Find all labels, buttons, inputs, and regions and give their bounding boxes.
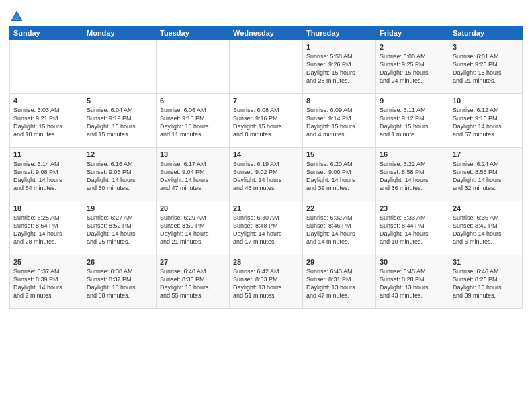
cell-content: Sunrise: 6:37 AM Sunset: 8:39 PM Dayligh… <box>13 267 79 300</box>
day-number: 15 <box>306 150 372 158</box>
day-number: 12 <box>87 150 152 158</box>
cell-content: Sunrise: 6:42 AM Sunset: 8:33 PM Dayligh… <box>233 267 299 300</box>
week-row-4: 18Sunrise: 6:25 AM Sunset: 8:54 PM Dayli… <box>10 201 523 255</box>
cell-content: Sunrise: 6:03 AM Sunset: 9:21 PM Dayligh… <box>13 106 79 139</box>
cell-content: Sunrise: 6:06 AM Sunset: 9:18 PM Dayligh… <box>160 106 226 139</box>
day-number: 30 <box>380 258 445 266</box>
cell-content: Sunrise: 6:22 AM Sunset: 8:58 PM Dayligh… <box>380 160 445 193</box>
calendar-cell: 11Sunrise: 6:14 AM Sunset: 9:08 PM Dayli… <box>10 148 83 201</box>
calendar-cell: 2Sunrise: 6:00 AM Sunset: 9:25 PM Daylig… <box>376 40 449 94</box>
day-number: 28 <box>233 258 299 266</box>
cell-content: Sunrise: 6:11 AM Sunset: 9:12 PM Dayligh… <box>380 106 445 139</box>
calendar-cell <box>83 40 157 94</box>
calendar-cell: 5Sunrise: 6:04 AM Sunset: 9:19 PM Daylig… <box>83 94 157 148</box>
calendar-cell: 9Sunrise: 6:11 AM Sunset: 9:12 PM Daylig… <box>376 94 449 148</box>
calendar-cell: 7Sunrise: 6:08 AM Sunset: 9:16 PM Daylig… <box>230 94 303 148</box>
week-row-5: 25Sunrise: 6:37 AM Sunset: 8:39 PM Dayli… <box>10 255 523 309</box>
weekday-header-sunday: Sunday <box>10 26 83 40</box>
calendar-cell: 8Sunrise: 6:09 AM Sunset: 9:14 PM Daylig… <box>303 94 376 148</box>
calendar-cell: 31Sunrise: 6:46 AM Sunset: 8:26 PM Dayli… <box>449 255 523 309</box>
cell-content: Sunrise: 6:09 AM Sunset: 9:14 PM Dayligh… <box>306 106 372 139</box>
calendar-cell: 3Sunrise: 6:01 AM Sunset: 9:23 PM Daylig… <box>449 40 523 94</box>
calendar-cell: 4Sunrise: 6:03 AM Sunset: 9:21 PM Daylig… <box>10 94 83 148</box>
calendar-cell: 15Sunrise: 6:20 AM Sunset: 9:00 PM Dayli… <box>303 148 376 201</box>
cell-content: Sunrise: 6:19 AM Sunset: 9:02 PM Dayligh… <box>233 160 299 193</box>
calendar-cell: 1Sunrise: 5:58 AM Sunset: 9:26 PM Daylig… <box>303 40 376 94</box>
cell-content: Sunrise: 6:45 AM Sunset: 8:28 PM Dayligh… <box>380 267 445 300</box>
calendar-table: SundayMondayTuesdayWednesdayThursdayFrid… <box>9 26 523 309</box>
cell-content: Sunrise: 6:43 AM Sunset: 8:31 PM Dayligh… <box>306 267 372 300</box>
day-number: 16 <box>380 150 445 158</box>
calendar-cell <box>230 40 303 94</box>
weekday-header-friday: Friday <box>376 26 449 40</box>
day-number: 14 <box>233 150 299 158</box>
cell-content: Sunrise: 6:04 AM Sunset: 9:19 PM Dayligh… <box>87 106 152 139</box>
calendar-cell <box>157 40 230 94</box>
day-number: 24 <box>453 204 519 212</box>
weekday-header-tuesday: Tuesday <box>157 26 230 40</box>
day-number: 13 <box>160 150 226 158</box>
calendar-cell: 19Sunrise: 6:27 AM Sunset: 8:52 PM Dayli… <box>83 201 157 255</box>
day-number: 9 <box>380 97 445 105</box>
weekday-header-thursday: Thursday <box>303 26 376 40</box>
calendar-cell: 16Sunrise: 6:22 AM Sunset: 8:58 PM Dayli… <box>376 148 449 201</box>
calendar-cell: 22Sunrise: 6:32 AM Sunset: 8:46 PM Dayli… <box>303 201 376 255</box>
day-number: 10 <box>453 97 519 105</box>
calendar-cell: 25Sunrise: 6:37 AM Sunset: 8:39 PM Dayli… <box>10 255 83 309</box>
day-number: 26 <box>87 258 152 266</box>
weekday-header-saturday: Saturday <box>449 26 523 40</box>
day-number: 22 <box>306 204 372 212</box>
day-number: 8 <box>306 97 372 105</box>
cell-content: Sunrise: 5:58 AM Sunset: 9:26 PM Dayligh… <box>306 52 372 85</box>
day-number: 29 <box>306 258 372 266</box>
header <box>9 7 523 24</box>
calendar-cell: 17Sunrise: 6:24 AM Sunset: 8:56 PM Dayli… <box>449 148 523 201</box>
day-number: 19 <box>87 204 152 212</box>
week-row-2: 4Sunrise: 6:03 AM Sunset: 9:21 PM Daylig… <box>10 94 523 148</box>
cell-content: Sunrise: 6:20 AM Sunset: 9:00 PM Dayligh… <box>306 160 372 193</box>
cell-content: Sunrise: 6:35 AM Sunset: 8:42 PM Dayligh… <box>453 214 519 246</box>
cell-content: Sunrise: 6:17 AM Sunset: 9:04 PM Dayligh… <box>160 160 226 193</box>
day-number: 23 <box>380 204 445 212</box>
calendar-cell: 30Sunrise: 6:45 AM Sunset: 8:28 PM Dayli… <box>376 255 449 309</box>
cell-content: Sunrise: 6:33 AM Sunset: 8:44 PM Dayligh… <box>380 214 445 246</box>
calendar-cell: 18Sunrise: 6:25 AM Sunset: 8:54 PM Dayli… <box>10 201 83 255</box>
page-container: SundayMondayTuesdayWednesdayThursdayFrid… <box>0 0 532 313</box>
day-number: 31 <box>453 258 519 266</box>
weekday-header-wednesday: Wednesday <box>230 26 303 40</box>
calendar-cell: 6Sunrise: 6:06 AM Sunset: 9:18 PM Daylig… <box>157 94 230 148</box>
cell-content: Sunrise: 6:27 AM Sunset: 8:52 PM Dayligh… <box>87 214 152 246</box>
calendar-cell: 13Sunrise: 6:17 AM Sunset: 9:04 PM Dayli… <box>157 148 230 201</box>
calendar-cell <box>10 40 83 94</box>
day-number: 5 <box>87 97 152 105</box>
week-row-1: 1Sunrise: 5:58 AM Sunset: 9:26 PM Daylig… <box>10 40 523 94</box>
day-number: 2 <box>380 43 445 51</box>
cell-content: Sunrise: 6:30 AM Sunset: 8:48 PM Dayligh… <box>233 214 299 246</box>
week-row-3: 11Sunrise: 6:14 AM Sunset: 9:08 PM Dayli… <box>10 148 523 201</box>
cell-content: Sunrise: 6:00 AM Sunset: 9:25 PM Dayligh… <box>380 52 445 85</box>
calendar-cell: 23Sunrise: 6:33 AM Sunset: 8:44 PM Dayli… <box>376 201 449 255</box>
calendar-cell: 27Sunrise: 6:40 AM Sunset: 8:35 PM Dayli… <box>157 255 230 309</box>
day-number: 27 <box>160 258 226 266</box>
calendar-cell: 14Sunrise: 6:19 AM Sunset: 9:02 PM Dayli… <box>230 148 303 201</box>
calendar-cell: 12Sunrise: 6:16 AM Sunset: 9:06 PM Dayli… <box>83 148 157 201</box>
logo <box>9 9 26 24</box>
cell-content: Sunrise: 6:46 AM Sunset: 8:26 PM Dayligh… <box>453 267 519 300</box>
calendar-cell: 20Sunrise: 6:29 AM Sunset: 8:50 PM Dayli… <box>157 201 230 255</box>
weekday-header-row: SundayMondayTuesdayWednesdayThursdayFrid… <box>10 26 523 40</box>
calendar-cell: 29Sunrise: 6:43 AM Sunset: 8:31 PM Dayli… <box>303 255 376 309</box>
calendar-cell: 24Sunrise: 6:35 AM Sunset: 8:42 PM Dayli… <box>449 201 523 255</box>
weekday-header-monday: Monday <box>83 26 157 40</box>
day-number: 3 <box>453 43 519 51</box>
day-number: 20 <box>160 204 226 212</box>
calendar-cell: 26Sunrise: 6:38 AM Sunset: 8:37 PM Dayli… <box>83 255 157 309</box>
cell-content: Sunrise: 6:16 AM Sunset: 9:06 PM Dayligh… <box>87 160 152 193</box>
cell-content: Sunrise: 6:01 AM Sunset: 9:23 PM Dayligh… <box>453 52 519 85</box>
day-number: 25 <box>13 258 79 266</box>
day-number: 21 <box>233 204 299 212</box>
day-number: 17 <box>453 150 519 158</box>
logo-icon <box>9 9 24 24</box>
cell-content: Sunrise: 6:25 AM Sunset: 8:54 PM Dayligh… <box>13 214 79 246</box>
day-number: 6 <box>160 97 226 105</box>
calendar-cell: 21Sunrise: 6:30 AM Sunset: 8:48 PM Dayli… <box>230 201 303 255</box>
